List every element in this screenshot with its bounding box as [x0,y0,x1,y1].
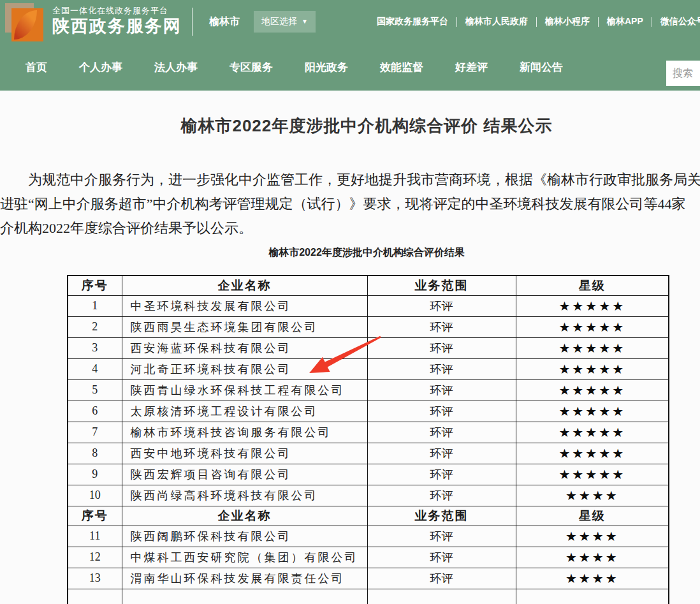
column-header: 企业名称 [122,506,367,526]
table-row: 10陕西尚绿高科环境科技有限公司环评★★★★ [68,485,669,506]
row-number-cell: 3 [68,337,122,358]
company-name-cell: 陕西青山绿水环保科技工程有限公司 [122,379,367,401]
business-scope-cell: 环评 [367,358,516,379]
company-name-cell: 渭南华山环保科技发展有限责任公司 [122,568,367,589]
business-scope-cell: 环评 [367,464,516,485]
page-title: 榆林市2022年度涉批中介机构综合评价 结果公示 [0,117,700,135]
table-row: 2陕西雨昊生态环境集团有限公司环评★★★★★ [68,316,669,337]
star-rating-cell: ★★★★★ [516,316,669,337]
table-row: 5陕西青山绿水环保科技工程有限公司环评★★★★★ [68,379,669,401]
search-box [666,61,700,86]
company-name-cell: 陕西阔鹏环保科技有限公司 [122,526,367,547]
clipped-table-row [68,589,669,604]
star-rating-cell: ★★★★★ [516,401,669,422]
star-rating-cell: ★★★★ [516,526,669,547]
nav-item-首页[interactable]: 首页 [26,60,47,75]
brand-text: 全国一体化在线政务服务平台 陕西政务服务网 [52,6,182,38]
table-caption: 榆林市2022年度涉批中介机构综合评价结果 [0,246,700,259]
nav-item-个人办事[interactable]: 个人办事 [79,60,122,75]
column-header: 业务范围 [367,276,516,295]
site-name: 陕西政务服务网 [52,16,182,38]
star-rating-cell: ★★★★ [516,485,669,506]
company-name-cell: 西安海蓝环保科技有限公司 [122,337,367,358]
row-number-cell: 4 [68,358,122,379]
nav-item-阳光政务[interactable]: 阳光政务 [305,60,348,75]
table-header-row: 序号企业名称业务范围星级 [68,506,669,526]
table-row: 7榆林市环境科技咨询服务有限公司环评★★★★★ [68,422,669,443]
browser-viewport: 全国一体化在线政务服务平台 陕西政务服务网 榆林市 地区选择 ▼ 国家政务服务平… [0,0,700,604]
nav-item-专区服务[interactable]: 专区服务 [230,60,273,75]
header-link[interactable]: 微信公众号 [652,16,700,27]
row-number-cell: 13 [68,568,122,589]
header-link[interactable]: 榆林市人民政府 [457,16,536,27]
search-input[interactable] [666,61,700,86]
row-number-cell: 9 [68,464,122,485]
company-name-cell: 西安中地环境科技有限公司 [122,443,367,464]
header-link[interactable]: 国家政务服务平台 [368,16,456,27]
star-rating-cell: ★★★★★ [516,337,669,358]
table-row: 1中圣环境科技发展有限公司环评★★★★★ [68,295,669,316]
star-rating-cell: ★★★★ [516,568,669,589]
empty-cell [122,589,367,604]
business-scope-cell: 环评 [367,547,516,568]
table-row: 9陕西宏辉项目咨询有限公司环评★★★★★ [68,464,669,485]
empty-cell [68,589,122,604]
company-name-cell: 榆林市环境科技咨询服务有限公司 [122,422,367,443]
business-scope-cell: 环评 [367,401,516,422]
star-rating-cell: ★★★★★ [516,295,669,316]
platform-tagline: 全国一体化在线政务服务平台 [52,6,182,16]
paragraph-line: 为规范中介服务行为，进一步强化中介监管工作，更好地提升我市营商环境，根据《榆林市… [0,168,700,192]
row-number-cell: 8 [68,443,122,464]
table-row: 11陕西阔鹏环保科技有限公司环评★★★★ [68,526,669,547]
business-scope-cell: 环评 [367,379,516,401]
row-number-cell: 1 [68,295,122,316]
company-name-cell: 太原核清环境工程设计有限公司 [122,401,367,422]
paragraph-line: 进驻“网上中介服务超市”中介机构考评管理规定（试行）》要求，现将评定的中圣环境科… [0,192,700,216]
chevron-down-icon: ▼ [302,18,308,25]
business-scope-cell: 环评 [367,422,516,443]
star-rating-cell: ★★★★ [516,547,669,568]
row-number-cell: 5 [68,379,122,401]
column-header: 序号 [68,276,122,295]
empty-cell [516,589,669,604]
table-row: 13渭南华山环保科技发展有限责任公司环评★★★★ [68,568,669,589]
region-select-label: 地区选择 [261,16,297,27]
business-scope-cell: 环评 [367,443,516,464]
region-select-button[interactable]: 地区选择 ▼ [254,11,316,33]
star-rating-cell: ★★★★★ [516,464,669,485]
empty-cell [367,589,516,604]
business-scope-cell: 环评 [367,337,516,358]
row-number-cell: 6 [68,401,122,422]
row-number-cell: 12 [68,547,122,568]
nav-item-好差评[interactable]: 好差评 [455,60,488,75]
star-rating-cell: ★★★★★ [516,443,669,464]
company-name-cell: 陕西宏辉项目咨询有限公司 [122,464,367,485]
current-city-label: 榆林市 [209,15,240,29]
nav-item-效能监督[interactable]: 效能监督 [380,60,423,75]
header-link[interactable]: 榆林小程序 [537,16,598,27]
table-row: 6太原核清环境工程设计有限公司环评★★★★★ [68,401,669,422]
brand-divider [192,8,193,36]
evaluation-results-table: 序号企业名称业务范围星级1中圣环境科技发展有限公司环评★★★★★2陕西雨昊生态环… [67,275,669,604]
table-row: 8西安中地环境科技有限公司环评★★★★★ [68,443,669,464]
business-scope-cell: 环评 [367,485,516,506]
announcement-paragraph: 为规范中介服务行为，进一步强化中介监管工作，更好地提升我市营商环境，根据《榆林市… [0,168,700,240]
site-logo-icon [5,2,43,41]
site-header: 全国一体化在线政务服务平台 陕西政务服务网 榆林市 地区选择 ▼ 国家政务服务平… [0,0,700,91]
company-name-cell: 中圣环境科技发展有限公司 [122,295,367,316]
business-scope-cell: 环评 [367,568,516,589]
column-header: 星级 [516,506,669,526]
table-row: 12中煤科工西安研究院（集团）有限公司环评★★★★ [68,547,669,568]
column-header: 业务范围 [367,506,516,526]
nav-item-法人办事[interactable]: 法人办事 [154,60,198,75]
header-link[interactable]: 榆林APP [599,16,652,27]
brand-row: 全国一体化在线政务服务平台 陕西政务服务网 榆林市 地区选择 ▼ 国家政务服务平… [0,0,700,43]
company-name-cell: 陕西尚绿高科环境科技有限公司 [122,485,367,506]
row-number-cell: 11 [68,526,122,547]
star-rating-cell: ★★★★★ [516,358,669,379]
column-header: 星级 [516,276,669,295]
nav-item-新闻公告[interactable]: 新闻公告 [520,60,563,75]
star-rating-cell: ★★★★★ [516,422,669,443]
table-row: 3西安海蓝环保科技有限公司环评★★★★★ [68,337,669,358]
business-scope-cell: 环评 [367,526,516,547]
